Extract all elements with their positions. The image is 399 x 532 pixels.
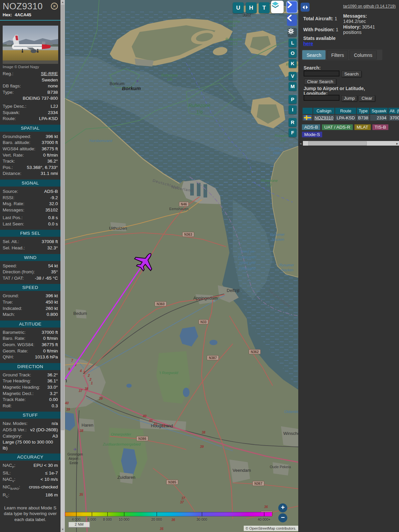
- map-button-t[interactable]: T: [259, 2, 270, 13]
- map-button-f[interactable]: F: [289, 128, 297, 137]
- column-header[interactable]: Type: [357, 108, 369, 114]
- clear-search-button[interactable]: Clear Search: [304, 79, 336, 85]
- table-cell[interactable]: 37000: [388, 115, 399, 121]
- map-button-l[interactable]: L: [289, 39, 297, 47]
- detail-value[interactable]: SE-RRE: [41, 71, 58, 77]
- detail-row: QNH:1013.6 hPa: [0, 354, 61, 360]
- detail-row: Route:LPA-KSD: [0, 116, 61, 122]
- legend-tick-label: 20 000: [151, 517, 162, 521]
- tab-search[interactable]: Search: [302, 50, 326, 60]
- table-cell[interactable]: LPA-KSD: [335, 115, 356, 121]
- panel-collapse-icon[interactable]: [301, 3, 310, 12]
- column-header[interactable]: Alt. (ft): [388, 108, 399, 114]
- sidebar-collapse-icon[interactable]: [287, 15, 297, 26]
- legend-badge-ads-b: ADS-B: [302, 124, 320, 130]
- section-header: SPEED: [0, 284, 61, 291]
- scroll-up-icon[interactable]: ▲: [61, 0, 65, 5]
- search-button[interactable]: Search: [341, 71, 361, 77]
- table-row[interactable]: NOZ9310LPA-KSDB738233437000: [303, 115, 399, 121]
- jump-clear-button[interactable]: Clear: [359, 95, 375, 101]
- tab-columns[interactable]: Columns: [349, 50, 376, 60]
- table-header-row[interactable]: CallsignRouteTypeSquawkAlt. (ft): [303, 108, 399, 114]
- detail-value: 36.2°: [47, 158, 58, 165]
- detail-value: ADS-B: [44, 189, 58, 195]
- hscroll-thumb[interactable]: [308, 141, 367, 146]
- jump-button[interactable]: Jump: [341, 95, 357, 101]
- map-attribution: © OpenStreetMap contributors.: [244, 526, 298, 531]
- hex-line: Hex:4ACA45: [0, 12, 61, 17]
- detail-value: 37000 ft: [42, 140, 58, 146]
- search-input[interactable]: [304, 70, 339, 76]
- scrollbar-thumb[interactable]: [61, 5, 65, 430]
- column-header[interactable]: Squawk: [370, 108, 387, 114]
- map-button-h[interactable]: H: [246, 2, 257, 13]
- map-button-i[interactable]: I: [289, 105, 297, 114]
- settings-gear-icon[interactable]: [288, 28, 297, 37]
- map-label: Oude Pekela: [270, 465, 291, 469]
- detail-value: 3.2°: [50, 391, 58, 397]
- map-label: 39: [200, 445, 204, 449]
- column-header[interactable]: Callsign: [313, 108, 334, 114]
- map-button-o[interactable]: O: [289, 49, 297, 58]
- legend-tick-label: 30 000: [197, 517, 207, 521]
- map-button-p[interactable]: P: [289, 95, 297, 104]
- detail-value: LPA-KSD: [39, 116, 58, 122]
- horizontal-scrollbar[interactable]: ▸: [303, 141, 399, 146]
- jump-input[interactable]: [304, 95, 339, 101]
- map-label: Nacken: [272, 237, 284, 241]
- aircraft-photo[interactable]: [3, 26, 58, 64]
- here-link[interactable]: here: [303, 41, 313, 46]
- detail-value: 31.1 nmi: [41, 171, 58, 177]
- detail-value: A3: [52, 433, 58, 440]
- column-header[interactable]: [303, 108, 313, 114]
- table-cell[interactable]: B738: [357, 115, 369, 121]
- column-header[interactable]: Route: [335, 108, 356, 114]
- zoom-in-button[interactable]: +: [278, 503, 287, 512]
- layers-icon[interactable]: [271, 1, 284, 13]
- table-cell[interactable]: 2334: [370, 115, 387, 121]
- map-label: Veendam: [233, 468, 251, 473]
- altitude-color-legend: [65, 512, 272, 516]
- detail-row: True Heading:36.1°: [0, 378, 61, 384]
- sidebar-expand-icon[interactable]: [287, 1, 297, 13]
- github-version-link[interactable]: tar1090 on github (3.14.1719): [343, 4, 396, 9]
- hscroll-right-icon[interactable]: ▸: [396, 141, 398, 146]
- map-svg: N46N363N360N33N362N387N386N385N367N366 J…: [65, 0, 298, 532]
- detail-label: Magnetic Heading:: [3, 384, 40, 391]
- detail-label: Roll:: [3, 403, 12, 409]
- total-aircraft: Total Aircraft: 1: [303, 16, 337, 21]
- road-badge-label: N367: [254, 482, 262, 485]
- map-button-m[interactable]: M: [289, 82, 297, 91]
- map-label: 35: [79, 493, 83, 496]
- hscroll-left-icon[interactable]: ◂: [298, 141, 303, 146]
- detail-row: True:450 kt: [0, 299, 61, 306]
- detail-value: cross-checked: [29, 484, 58, 492]
- map-label: Nacken: [281, 268, 293, 272]
- detail-label: Magnetic Decl.:: [3, 391, 34, 397]
- detail-label: Track Rate:: [3, 397, 26, 403]
- detail-row: TAT / OAT:-38 / -65 °C: [0, 275, 61, 282]
- map-canvas[interactable]: N46N363N360N33N362N387N386N385N367N366 J…: [65, 0, 298, 532]
- close-icon[interactable]: ✕: [51, 3, 58, 10]
- zoom-out-button[interactable]: −: [278, 513, 287, 522]
- detail-value: 0 ft/min: [43, 348, 58, 354]
- sidebar-scrollbar[interactable]: ▲ ▼: [61, 0, 65, 532]
- detail-row: Direction (from):35°: [0, 269, 61, 275]
- map-label: 36: [264, 505, 268, 509]
- map-button-r[interactable]: R: [289, 118, 297, 127]
- callsign-cell[interactable]: NOZ9310: [313, 115, 334, 121]
- tab-filters[interactable]: Filters: [327, 50, 348, 60]
- detail-label: Last Seen:: [3, 221, 24, 227]
- detail-label: NACP:: [3, 463, 15, 470]
- detail-label: NICBARO:: [3, 484, 20, 492]
- detail-row: Nav. Modes:n/a: [0, 421, 61, 427]
- scroll-down-icon[interactable]: ▼: [61, 527, 65, 532]
- map-button-k[interactable]: K: [289, 59, 297, 68]
- detail-label: Messages:: [3, 207, 24, 213]
- detail-row: RC:186 m: [0, 492, 61, 500]
- detail-row: Msg. Rate:32.0: [0, 201, 61, 207]
- table-cell[interactable]: [303, 115, 313, 121]
- detail-row: Geom. Rate:0 ft/min: [0, 348, 61, 354]
- map-button-v[interactable]: V: [289, 72, 297, 80]
- map-button-u[interactable]: U: [233, 2, 244, 13]
